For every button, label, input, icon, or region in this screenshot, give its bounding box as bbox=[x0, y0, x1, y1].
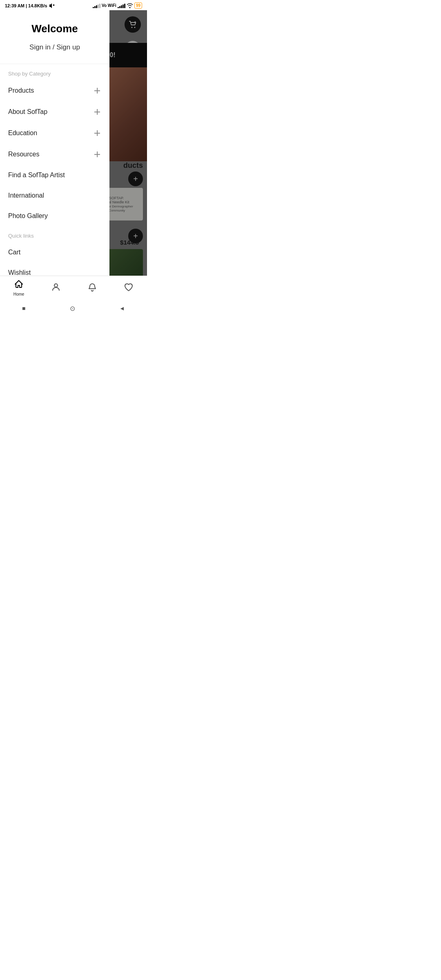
nav-label-products: Products bbox=[8, 87, 34, 94]
expand-products-icon bbox=[93, 87, 101, 95]
nav-item-products[interactable]: Products bbox=[0, 80, 109, 101]
signal-bars2 bbox=[118, 3, 125, 8]
vo-wifi-label: Vo WiFi bbox=[102, 3, 116, 8]
expand-resources-icon bbox=[93, 150, 101, 158]
welcome-title: Welcome bbox=[8, 22, 101, 35]
bottom-nav-wishlist[interactable] bbox=[119, 281, 138, 295]
bell-icon bbox=[87, 282, 97, 294]
heart-icon bbox=[124, 282, 134, 294]
bottom-nav-home[interactable]: Home bbox=[9, 278, 29, 298]
nav-item-find-artist[interactable]: Find a SofTap Artist bbox=[0, 165, 109, 185]
nav-label-resources: Resources bbox=[8, 151, 39, 158]
battery-level: 99 bbox=[136, 3, 140, 8]
home-icon bbox=[14, 279, 24, 291]
nav-item-resources[interactable]: Resources bbox=[0, 144, 109, 165]
screen-container: 0 er $200! ducts + SOFTAP.ional Needle K… bbox=[0, 10, 147, 317]
recent-apps-button[interactable]: ■ bbox=[22, 305, 25, 312]
bottom-nav-notifications[interactable] bbox=[82, 281, 102, 295]
drawer-header: Welcome Sign in / Sign up bbox=[0, 10, 109, 64]
nav-item-international[interactable]: International bbox=[0, 185, 109, 206]
status-left: 12:39 AM | 14.8KB/s bbox=[5, 3, 55, 9]
nav-label-about: About SofTap bbox=[8, 108, 47, 116]
back-button[interactable]: ◄ bbox=[119, 305, 125, 312]
svg-point-8 bbox=[54, 284, 58, 287]
mute-icon bbox=[49, 3, 55, 9]
home-label: Home bbox=[13, 292, 24, 296]
status-right: Vo WiFi 99 bbox=[93, 2, 142, 9]
nav-item-education[interactable]: Education bbox=[0, 122, 109, 144]
battery-indicator: 99 bbox=[134, 2, 142, 9]
nav-label-education: Education bbox=[8, 129, 37, 137]
status-bar: 12:39 AM | 14.8KB/s Vo WiFi 99 bbox=[0, 0, 147, 10]
user-icon bbox=[51, 282, 61, 294]
expand-about-icon bbox=[93, 108, 101, 116]
bottom-nav-user[interactable] bbox=[46, 281, 66, 295]
wifi-icon bbox=[127, 3, 133, 8]
bottom-navigation: Home bbox=[0, 276, 147, 299]
signin-link[interactable]: Sign in / Sign up bbox=[8, 43, 101, 51]
signal-bars bbox=[93, 3, 100, 8]
nav-item-photo-gallery[interactable]: Photo Gallery bbox=[0, 206, 109, 226]
quick-links-label: Quick links bbox=[0, 226, 109, 242]
quick-link-cart[interactable]: Cart bbox=[0, 242, 109, 263]
shop-category-label: Shop by Category bbox=[0, 64, 109, 80]
navigation-drawer: Welcome Sign in / Sign up Shop by Catego… bbox=[0, 10, 109, 317]
android-navigation-bar: ■ ⊙ ◄ bbox=[0, 299, 147, 317]
nav-item-about-softap[interactable]: About SofTap bbox=[0, 101, 109, 122]
expand-education-icon bbox=[93, 129, 101, 137]
time-display: 12:39 AM | 14.8KB/s bbox=[5, 3, 47, 8]
home-button[interactable]: ⊙ bbox=[70, 305, 75, 312]
